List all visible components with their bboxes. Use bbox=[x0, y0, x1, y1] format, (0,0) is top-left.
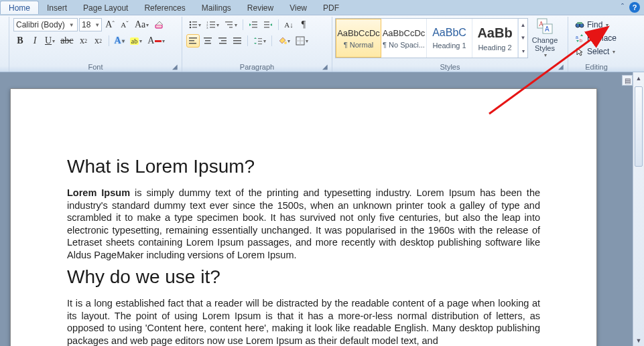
group-font: Calibri (Body)▼ 18▼ Aˆ Aˇ Aa▾ B I U▾ bbox=[9, 17, 182, 72]
superscript-button[interactable]: x2 bbox=[92, 34, 105, 48]
replace-label: Replace bbox=[587, 33, 617, 43]
numbering-icon: 123 bbox=[206, 20, 216, 29]
scroll-up-icon[interactable]: ▲ bbox=[633, 72, 644, 84]
tab-review[interactable]: Review bbox=[239, 1, 281, 14]
font-color-button[interactable]: A▾ bbox=[145, 34, 167, 48]
change-styles-button[interactable]: A A Change Styles ▾ bbox=[528, 17, 562, 58]
scroll-track[interactable] bbox=[633, 84, 644, 335]
sort-button[interactable]: A↓ bbox=[282, 18, 296, 31]
svg-rect-26 bbox=[205, 40, 210, 41]
svg-rect-12 bbox=[210, 27, 215, 28]
vertical-scrollbar[interactable]: ▲ ▼ bbox=[633, 72, 644, 346]
styles-gallery[interactable]: AaBbCcDc ¶ Normal AaBbCcDc ¶ No Spaci...… bbox=[335, 18, 528, 58]
ribbon: Calibri (Body)▼ 18▼ Aˆ Aˇ Aa▾ B I U▾ bbox=[0, 15, 644, 72]
minimize-ribbon-icon[interactable]: ˆ bbox=[616, 3, 629, 12]
align-center-button[interactable] bbox=[201, 34, 214, 48]
svg-rect-25 bbox=[204, 37, 212, 39]
shrink-font-button[interactable]: Aˇ bbox=[118, 18, 131, 31]
font-family-combo[interactable]: Calibri (Body)▼ bbox=[13, 18, 78, 31]
svg-rect-29 bbox=[221, 40, 227, 41]
style-heading1[interactable]: AaBbC Heading 1 bbox=[427, 19, 472, 58]
replace-button[interactable]: ab Replace bbox=[572, 31, 619, 45]
justify-button[interactable] bbox=[231, 34, 244, 48]
group-paragraph: ▾ 123▾ ▾ A↓ bbox=[182, 17, 332, 72]
scroll-thumb[interactable] bbox=[635, 86, 643, 167]
decrease-indent-button[interactable] bbox=[247, 18, 260, 31]
tab-pdf[interactable]: PDF bbox=[315, 1, 347, 14]
subscript-button[interactable]: x2 bbox=[77, 34, 90, 48]
align-center-icon bbox=[203, 36, 212, 46]
gallery-more-icon[interactable]: ▾ bbox=[518, 45, 527, 58]
tab-mailings[interactable]: Mailings bbox=[194, 1, 239, 14]
doc-p1-body: is simply dummy text of the printing and… bbox=[67, 187, 540, 260]
tab-view[interactable]: View bbox=[281, 1, 315, 14]
tab-page-layout[interactable]: Page Layout bbox=[75, 1, 136, 14]
shading-button[interactable]: ▾ bbox=[275, 34, 292, 48]
gallery-scroll[interactable]: ▲ ▼ ▾ bbox=[518, 19, 527, 58]
font-size-combo[interactable]: 18▼ bbox=[79, 18, 102, 31]
doc-paragraph-1: Lorem Ipsum is simply dummy text of the … bbox=[67, 187, 540, 261]
replace-icon: ab bbox=[575, 33, 584, 43]
tab-references[interactable]: References bbox=[136, 1, 193, 14]
clear-formatting-button[interactable] bbox=[152, 18, 167, 31]
style-normal[interactable]: AaBbCcDc ¶ Normal bbox=[336, 19, 381, 58]
grow-font-button[interactable]: Aˆ bbox=[103, 18, 117, 31]
numbering-button[interactable]: 123▾ bbox=[204, 18, 221, 31]
font-family-value: Calibri (Body) bbox=[16, 20, 65, 29]
borders-icon bbox=[296, 36, 305, 46]
paragraph-dialog-launcher[interactable]: ◢ bbox=[321, 63, 329, 71]
underline-button[interactable]: U▾ bbox=[43, 34, 57, 48]
select-button[interactable]: Select▾ bbox=[572, 45, 619, 58]
bold-button[interactable]: B bbox=[13, 34, 27, 48]
svg-text:a: a bbox=[576, 35, 578, 39]
find-button[interactable]: Find▾ bbox=[572, 18, 619, 31]
ruler-toggle-icon[interactable]: ▤ bbox=[622, 75, 633, 86]
show-marks-button[interactable]: ¶ bbox=[297, 18, 310, 31]
text-effects-button[interactable]: A▾ bbox=[113, 34, 127, 48]
italic-button[interactable]: I bbox=[28, 34, 42, 48]
svg-rect-4 bbox=[192, 24, 197, 25]
doc-paragraph-2: It is a long established fact that a rea… bbox=[67, 297, 540, 346]
svg-rect-24 bbox=[189, 43, 196, 44]
svg-rect-20 bbox=[264, 24, 269, 25]
binoculars-icon bbox=[575, 20, 584, 29]
paint-bucket-icon bbox=[277, 36, 287, 46]
outdent-icon bbox=[249, 20, 258, 29]
strikethrough-button[interactable]: abc bbox=[58, 34, 75, 48]
gallery-up-icon[interactable]: ▲ bbox=[518, 19, 527, 31]
svg-rect-33 bbox=[233, 43, 241, 44]
svg-rect-10 bbox=[210, 24, 215, 25]
document-area: What is Lorem Ipsum? Lorem Ipsum is simp… bbox=[0, 72, 644, 346]
bullets-button[interactable]: ▾ bbox=[186, 18, 203, 31]
styles-dialog-launcher[interactable]: ◢ bbox=[557, 63, 565, 71]
style-heading2[interactable]: AaBb Heading 2 bbox=[472, 19, 518, 58]
cursor-icon bbox=[575, 47, 584, 56]
svg-rect-22 bbox=[189, 37, 197, 39]
page[interactable]: What is Lorem Ipsum? Lorem Ipsum is simp… bbox=[10, 88, 597, 346]
svg-rect-27 bbox=[204, 43, 211, 44]
style-no-spacing[interactable]: AaBbCcDc ¶ No Spaci... bbox=[381, 19, 427, 58]
borders-button[interactable]: ▾ bbox=[294, 34, 310, 48]
align-left-button[interactable] bbox=[186, 34, 200, 48]
select-label: Select bbox=[587, 47, 609, 56]
tab-home[interactable]: Home bbox=[0, 1, 39, 14]
font-dialog-launcher[interactable]: ◢ bbox=[171, 63, 179, 71]
help-icon[interactable]: ? bbox=[629, 2, 640, 13]
highlight-button[interactable]: ab▾ bbox=[128, 34, 144, 48]
align-right-icon bbox=[218, 36, 227, 46]
svg-text:3: 3 bbox=[206, 26, 208, 29]
svg-rect-16 bbox=[252, 21, 257, 23]
increase-indent-button[interactable] bbox=[261, 18, 275, 31]
doc-p1-bold: Lorem Ipsum bbox=[67, 187, 130, 198]
scroll-down-icon[interactable]: ▼ bbox=[633, 335, 644, 346]
tab-insert[interactable]: Insert bbox=[39, 1, 75, 14]
gallery-down-icon[interactable]: ▼ bbox=[518, 31, 527, 44]
svg-rect-2 bbox=[192, 21, 197, 23]
line-spacing-button[interactable]: ▾ bbox=[251, 34, 268, 48]
svg-rect-30 bbox=[219, 43, 227, 44]
multilevel-icon bbox=[224, 20, 234, 29]
multilevel-list-button[interactable]: ▾ bbox=[222, 18, 239, 31]
change-case-button[interactable]: Aa▾ bbox=[133, 18, 151, 31]
align-right-button[interactable] bbox=[216, 34, 229, 48]
doc-heading-1: What is Lorem Ipsum? bbox=[67, 156, 540, 177]
